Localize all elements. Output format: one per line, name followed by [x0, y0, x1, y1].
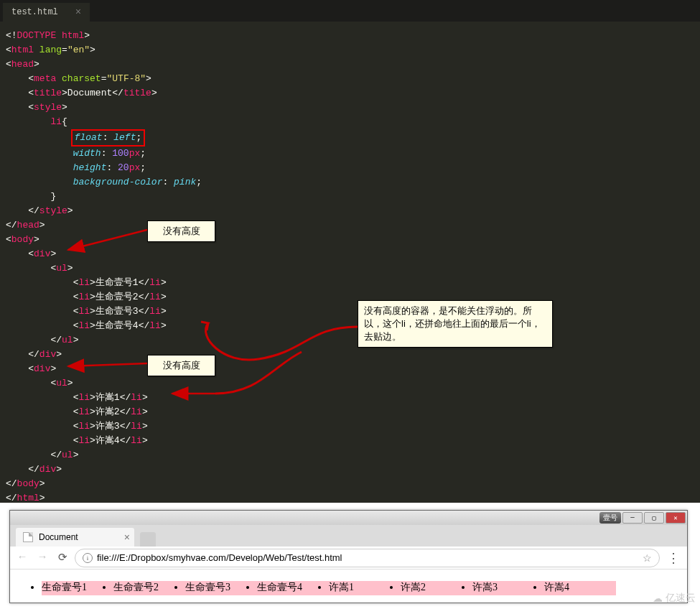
browser-content: 生命壹号1 生命壹号2 生命壹号3 生命壹号4 许嵩1 许嵩2 许嵩3 许嵩4 — [10, 570, 687, 592]
new-tab-button[interactable] — [140, 532, 156, 547]
callout-no-height-1: 没有高度 — [147, 220, 215, 242]
menu-button[interactable]: ⋮ — [664, 550, 683, 566]
url-text: file:///E:/Dropbox/smyhvae.com/Develop/W… — [97, 552, 638, 563]
reload-button[interactable]: ⟳ — [55, 550, 70, 566]
url-bar[interactable]: i file:///E:/Dropbox/smyhvae.com/Develop… — [75, 549, 660, 567]
url-bar-row: ← → ⟳ i file:///E:/Dropbox/smyhvae.com/D… — [10, 547, 687, 570]
callout-explanation: 没有高度的容器，是不能关住浮动的。所以，这个li，还拼命地往上面的最后一个li，… — [358, 300, 553, 348]
minimize-button[interactable]: ─ — [622, 512, 643, 524]
close-icon[interactable]: × — [75, 7, 81, 17]
highlight-box: float: left; — [71, 129, 146, 147]
code-area[interactable]: <!DOCTYPE html> <html lang="en"> <head> … — [0, 22, 700, 513]
badge-icon: 壹号 — [599, 512, 621, 524]
doctype: DOCTYPE html — [17, 30, 85, 41]
tag-body: body — [11, 234, 34, 245]
tab-filename: test.html — [11, 7, 58, 17]
browser-titlebar: 壹号 ─ ▢ ✕ — [10, 511, 687, 525]
maximize-button[interactable]: ▢ — [644, 512, 664, 524]
list-item: 许嵩4 — [544, 581, 616, 595]
tag-head: head — [11, 59, 34, 70]
tab-bar: test.html × — [0, 0, 700, 22]
browser-window: 壹号 ─ ▢ ✕ Document × ← → ⟳ i file:///E:/D… — [9, 510, 688, 603]
file-tab[interactable]: test.html × — [3, 3, 90, 22]
forward-button[interactable]: → — [34, 550, 50, 566]
close-icon[interactable]: × — [124, 531, 130, 543]
callout-no-height-2: 没有高度 — [147, 355, 215, 376]
back-button[interactable]: ← — [14, 550, 30, 566]
browser-tab-strip: Document × — [10, 525, 687, 547]
browser-tab-title: Document — [39, 532, 78, 542]
editor-pane: test.html × <!DOCTYPE html> <html lang="… — [0, 0, 700, 503]
close-button[interactable]: ✕ — [666, 512, 686, 524]
tag-html: html — [11, 45, 34, 55]
cloud-icon: ☁ — [653, 592, 663, 605]
star-icon[interactable]: ☆ — [643, 552, 652, 564]
file-icon — [23, 532, 33, 542]
browser-tab[interactable]: Document × — [16, 528, 134, 547]
watermark: ☁ 亿速云 — [653, 592, 696, 605]
info-icon[interactable]: i — [83, 553, 93, 563]
